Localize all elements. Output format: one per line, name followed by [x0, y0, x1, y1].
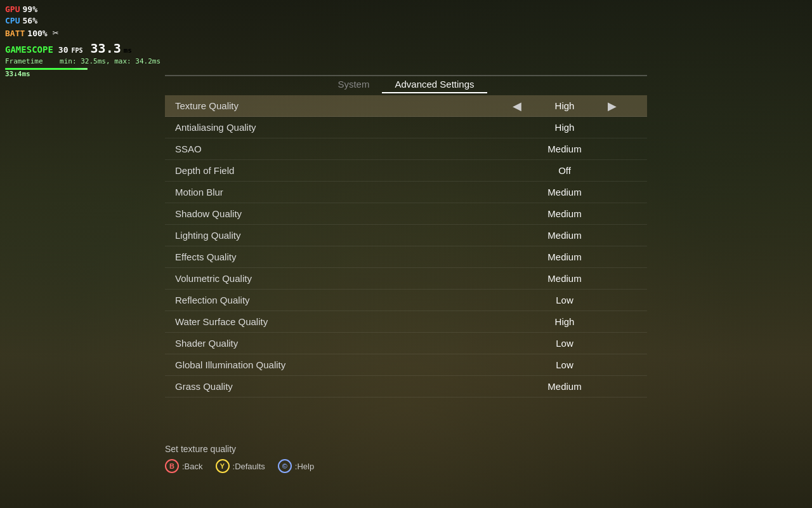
table-row[interactable]: Water Surface QualityHigh: [165, 311, 647, 333]
b-button-icon: B: [165, 459, 179, 473]
table-row[interactable]: Effects QualityMedium: [165, 246, 647, 268]
setting-name: Volumetric Quality: [165, 273, 482, 284]
table-row[interactable]: Volumetric QualityMedium: [165, 268, 647, 290]
frametime-row: Frametime min: 32.5ms, max: 34.2ms: [5, 57, 160, 67]
setting-value: High: [533, 100, 596, 111]
cpu-label: CPU: [5, 15, 20, 27]
cpu-value: 56%: [22, 15, 37, 27]
defaults-label: :Defaults: [233, 462, 265, 471]
setting-value: High: [533, 316, 596, 327]
header-tabs: System Advanced Settings: [325, 76, 487, 93]
setting-name: Motion Blur: [165, 187, 482, 197]
hint-text: Set texture quality: [165, 444, 314, 454]
setting-value: Medium: [533, 273, 596, 284]
gamescope-label: GAMESCOPE: [5, 44, 53, 56]
setting-name: Depth of Field: [165, 165, 482, 176]
batt-value: 100%: [27, 28, 47, 39]
setting-name: Lighting Quality: [165, 230, 482, 241]
fps-unit: FPS: [72, 46, 83, 55]
setting-value: Low: [533, 338, 596, 349]
table-row[interactable]: Antialiasing QualityHigh: [165, 117, 647, 138]
setting-name: Shadow Quality: [165, 208, 482, 219]
setting-controls: Medium: [482, 187, 647, 197]
y-button-icon: Y: [216, 459, 230, 473]
table-row[interactable]: Texture Quality◀High▶: [165, 95, 647, 117]
setting-controls: Medium: [482, 251, 647, 262]
setting-value: Medium: [533, 381, 596, 392]
ms-value: 33.3: [91, 40, 121, 57]
setting-value: Low: [533, 295, 596, 305]
gpu-label: GPU: [5, 4, 20, 15]
tab-advanced-settings[interactable]: Advanced Settings: [382, 76, 487, 93]
setting-value: Medium: [533, 230, 596, 241]
help-label: :Help: [295, 462, 314, 471]
setting-value: Medium: [533, 251, 596, 262]
setting-value: Off: [533, 165, 596, 176]
table-row[interactable]: Motion BlurMedium: [165, 182, 647, 203]
gpu-value: 99%: [22, 4, 37, 15]
setting-name: Effects Quality: [165, 251, 482, 262]
right-arrow-button[interactable]: ▶: [596, 99, 628, 113]
setting-name: SSAO: [165, 144, 482, 154]
table-row[interactable]: Shadow QualityMedium: [165, 203, 647, 225]
ms-unit: ms: [124, 46, 132, 56]
help-button[interactable]: © :Help: [278, 459, 314, 473]
settings-panel: Texture Quality◀High▶Antialiasing Qualit…: [165, 95, 647, 398]
setting-value: Medium: [533, 208, 596, 219]
setting-name: Water Surface Quality: [165, 316, 482, 327]
setting-controls: Medium: [482, 381, 647, 392]
defaults-button[interactable]: Y :Defaults: [216, 459, 265, 473]
setting-value: Low: [533, 359, 596, 370]
hint-buttons: B :Back Y :Defaults © :Help: [165, 459, 314, 473]
back-button[interactable]: B :Back: [165, 459, 203, 473]
setting-name: Reflection Quality: [165, 295, 482, 305]
setting-controls: Off: [482, 165, 647, 176]
setting-controls: Medium: [482, 230, 647, 241]
left-arrow-button[interactable]: ◀: [501, 99, 533, 113]
table-row[interactable]: Lighting QualityMedium: [165, 225, 647, 246]
setting-controls: Medium: [482, 144, 647, 154]
setting-controls: High: [482, 316, 647, 327]
hud-overlay: GPU 99% CPU 56% BATT 100% ✂ GAMESCOPE 30…: [0, 0, 166, 83]
setting-value: Medium: [533, 187, 596, 197]
back-label: :Back: [182, 462, 203, 471]
setting-name: Texture Quality: [165, 100, 482, 111]
setting-controls: Medium: [482, 208, 647, 219]
table-row[interactable]: SSAOMedium: [165, 138, 647, 160]
setting-name: Global Illumination Quality: [165, 359, 482, 370]
table-row[interactable]: Reflection QualityLow: [165, 290, 647, 311]
setting-controls: Low: [482, 338, 647, 349]
table-row[interactable]: Grass QualityMedium: [165, 376, 647, 398]
fps-value: 30: [58, 44, 69, 56]
table-row[interactable]: Depth of FieldOff: [165, 160, 647, 182]
setting-name: Shader Quality: [165, 338, 482, 349]
setting-controls: High: [482, 122, 647, 133]
setting-name: Antialiasing Quality: [165, 122, 482, 133]
setting-controls: Medium: [482, 273, 647, 284]
table-row[interactable]: Global Illumination QualityLow: [165, 354, 647, 376]
c-button-icon: ©: [278, 459, 292, 473]
bottom-hint: Set texture quality B :Back Y :Defaults …: [165, 444, 314, 473]
setting-controls: Low: [482, 359, 647, 370]
setting-controls: ◀High▶: [482, 99, 647, 113]
setting-value: High: [533, 122, 596, 133]
setting-name: Grass Quality: [165, 381, 482, 392]
hud-extra: 33↓4ms: [5, 70, 160, 79]
batt-label: BATT: [5, 28, 25, 39]
setting-controls: Low: [482, 295, 647, 305]
setting-value: Medium: [533, 144, 596, 154]
table-row[interactable]: Shader QualityLow: [165, 333, 647, 354]
tab-system[interactable]: System: [325, 76, 382, 93]
